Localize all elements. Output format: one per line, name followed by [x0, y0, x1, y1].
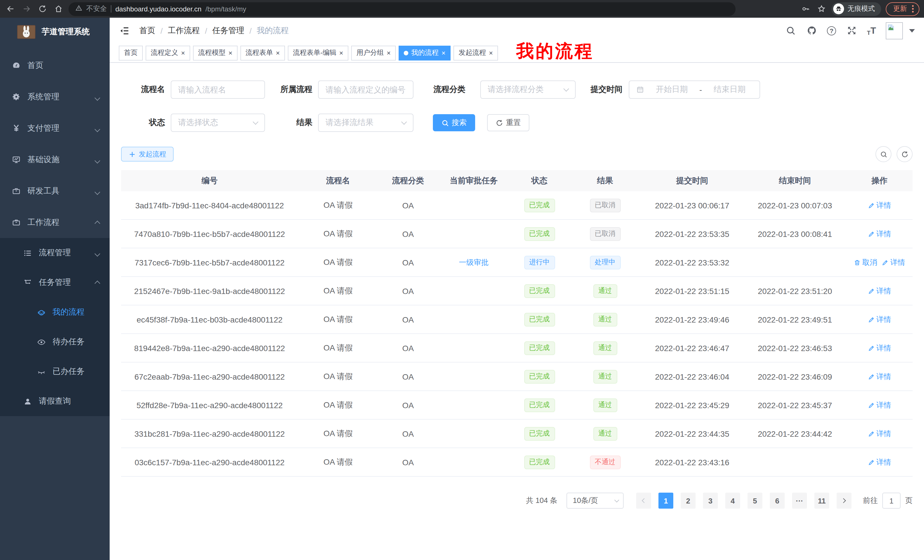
- home-icon[interactable]: [52, 3, 64, 15]
- 详情-action-link[interactable]: 详情: [868, 314, 891, 325]
- breadcrumb-item[interactable]: 任务管理: [213, 25, 244, 36]
- close-icon[interactable]: ×: [181, 49, 185, 56]
- reset-button[interactable]: 重置: [487, 114, 530, 131]
- star-icon[interactable]: [816, 3, 827, 15]
- cell-result: 通过: [569, 313, 641, 326]
- result-select[interactable]: 请选择流结果: [318, 114, 414, 132]
- page-size-select[interactable]: 10条/页: [567, 493, 624, 509]
- browser-update-button[interactable]: 更新: [886, 2, 920, 16]
- date-range-picker[interactable]: 开始日期 - 结束日期: [629, 81, 760, 99]
- tab-流程模型[interactable]: 流程模型×: [193, 45, 238, 60]
- tab-流程定义[interactable]: 流程定义×: [146, 45, 190, 60]
- process-name-input[interactable]: [171, 81, 265, 99]
- start-date[interactable]: 开始日期: [649, 84, 695, 95]
- app-title: 芋道管理系统: [42, 27, 90, 37]
- page-button-4[interactable]: 4: [725, 493, 740, 509]
- page-button-1[interactable]: 1: [658, 493, 673, 509]
- app-logo[interactable]: 芋道管理系统: [0, 18, 110, 46]
- process-id-input[interactable]: [318, 81, 414, 99]
- yen-icon: [11, 124, 21, 133]
- category-select[interactable]: 请选择流程分类: [480, 81, 576, 99]
- 详情-action-link[interactable]: 详情: [868, 229, 891, 239]
- column-header-流程名: 流程名: [298, 175, 378, 186]
- sidebar-item-流程管理[interactable]: 流程管理: [0, 238, 110, 268]
- security-label[interactable]: 不安全: [86, 4, 107, 14]
- cell-submit-time: 2022-01-22 23:44:35: [641, 429, 744, 438]
- forward-icon[interactable]: [21, 3, 32, 15]
- sidebar-item-我的流程[interactable]: 我的流程: [0, 297, 110, 327]
- incognito-badge: 无痕模式: [831, 2, 881, 16]
- 详情-action-link[interactable]: 详情: [868, 400, 891, 410]
- sidebar-item-基础设施[interactable]: 基础设施: [0, 144, 110, 175]
- 详情-action-link[interactable]: 详情: [868, 457, 891, 467]
- cell-id: 331bc281-7b9a-11ec-a290-acde48001122: [121, 429, 298, 438]
- 详情-action-link[interactable]: 详情: [882, 257, 905, 267]
- page-button-3[interactable]: 3: [703, 493, 718, 509]
- filter-result-label: 结果: [265, 118, 312, 128]
- tab-流程表单[interactable]: 流程表单×: [240, 45, 285, 60]
- sidebar-item-支付管理[interactable]: 支付管理: [0, 112, 110, 144]
- browser-menu-icon[interactable]: [912, 5, 914, 13]
- search-button[interactable]: 搜索: [433, 114, 475, 131]
- help-icon[interactable]: ?: [827, 26, 836, 35]
- breadcrumb-item[interactable]: 首页: [140, 25, 155, 36]
- collapse-sidebar-icon[interactable]: [119, 25, 130, 36]
- sidebar-item-请假查询[interactable]: 请假查询: [0, 386, 110, 416]
- font-size-icon[interactable]: TT: [867, 25, 876, 36]
- filter-time-label: 提交时间: [576, 84, 622, 95]
- close-icon[interactable]: ×: [339, 49, 343, 56]
- refresh-icon[interactable]: [897, 146, 913, 162]
- page-button-5[interactable]: 5: [747, 493, 762, 509]
- reload-icon[interactable]: [36, 3, 48, 15]
- tab-我的流程[interactable]: 我的流程×: [399, 45, 451, 60]
- 详情-action-link[interactable]: 详情: [868, 343, 891, 353]
- page-button-2[interactable]: 2: [681, 493, 696, 509]
- create-process-button[interactable]: 发起流程: [121, 147, 174, 162]
- sidebar-item-任务管理[interactable]: 任务管理: [0, 268, 110, 297]
- close-icon[interactable]: ×: [276, 49, 280, 56]
- end-date[interactable]: 结束日期: [707, 84, 753, 95]
- tab-发起流程[interactable]: 发起流程×: [453, 45, 498, 60]
- address-bar[interactable]: 不安全 dashboard.yudao.iocoder.cn/bpm/task/…: [69, 2, 735, 16]
- tab-流程表单-编辑[interactable]: 流程表单-编辑×: [288, 45, 348, 60]
- page-button-6[interactable]: 6: [770, 493, 784, 509]
- prev-page-button[interactable]: [636, 493, 651, 509]
- breadcrumb-separator: /: [160, 26, 163, 35]
- github-icon[interactable]: [806, 25, 817, 36]
- sidebar-item-系统管理[interactable]: 系统管理: [0, 81, 110, 112]
- sidebar-item-工作流程[interactable]: 工作流程: [0, 207, 110, 238]
- breadcrumb-item[interactable]: 工作流程: [168, 25, 200, 36]
- close-icon[interactable]: ×: [441, 49, 446, 56]
- 详情-action-link[interactable]: 详情: [868, 428, 891, 439]
- jump-page-input[interactable]: [882, 493, 901, 509]
- 取消-action-link[interactable]: 取消: [854, 257, 877, 267]
- close-icon[interactable]: ×: [489, 49, 493, 56]
- sidebar-item-待办任务[interactable]: 待办任务: [0, 327, 110, 357]
- next-page-button[interactable]: [837, 493, 852, 509]
- filter-category-label: 流程分类: [414, 84, 465, 95]
- page-button-11[interactable]: 11: [814, 493, 829, 509]
- avatar[interactable]: [886, 22, 903, 39]
- action-label: 详情: [876, 286, 891, 296]
- status-select[interactable]: 请选择状态: [171, 114, 265, 132]
- sidebar-item-已办任务[interactable]: 已办任务: [0, 357, 110, 386]
- hide-search-icon[interactable]: [876, 146, 891, 162]
- sidebar-item-研发工具[interactable]: 研发工具: [0, 175, 110, 207]
- cell-status: 已完成: [509, 227, 569, 241]
- search-icon[interactable]: [784, 25, 796, 36]
- close-icon[interactable]: ×: [387, 49, 391, 56]
- cell-status: 已完成: [509, 284, 569, 298]
- more-pages-button[interactable]: ···: [792, 493, 807, 509]
- 详情-action-link[interactable]: 详情: [868, 286, 891, 296]
- tab-用户分组[interactable]: 用户分组×: [351, 45, 396, 60]
- back-icon[interactable]: [4, 3, 16, 15]
- 详情-action-link[interactable]: 详情: [868, 371, 891, 382]
- tab-首页[interactable]: 首页: [119, 45, 143, 60]
- key-icon[interactable]: [800, 3, 811, 15]
- caret-down-icon[interactable]: [909, 29, 915, 32]
- 详情-action-link[interactable]: 详情: [868, 200, 891, 210]
- sidebar-item-首页[interactable]: 首页: [0, 49, 110, 81]
- fullscreen-icon[interactable]: [846, 25, 857, 36]
- close-icon[interactable]: ×: [228, 49, 232, 56]
- task-link[interactable]: 一级审批: [459, 257, 489, 267]
